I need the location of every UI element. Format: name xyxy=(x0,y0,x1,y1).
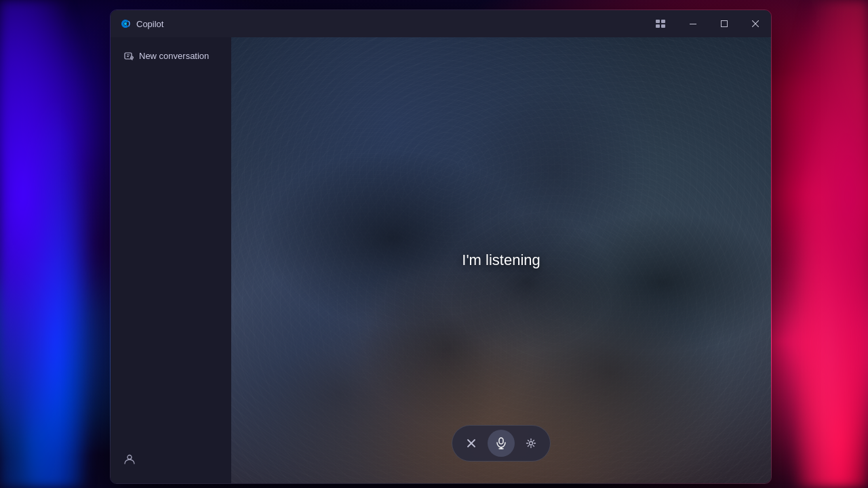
svg-rect-7 xyxy=(722,21,728,27)
copilot-icon xyxy=(119,17,132,30)
svg-point-1 xyxy=(124,22,127,25)
sidebar-spacer xyxy=(116,66,226,443)
app-title: Copilot xyxy=(136,19,163,29)
gear-icon xyxy=(526,438,536,449)
svg-rect-5 xyxy=(661,24,665,28)
desktop-swirl-right xyxy=(770,0,868,488)
sidebar-bottom xyxy=(116,443,226,475)
maximize-button[interactable] xyxy=(709,10,740,37)
sidebar: New conversation xyxy=(111,37,231,483)
close-x-icon xyxy=(467,439,476,448)
app-body: New conversation I'm listening xyxy=(111,37,771,483)
microphone-icon xyxy=(496,437,507,449)
title-bar-extra xyxy=(645,10,676,37)
title-bar: Copilot xyxy=(111,10,771,37)
new-conversation-icon xyxy=(124,52,134,61)
main-content: I'm listening xyxy=(231,37,771,483)
svg-point-22 xyxy=(530,442,533,445)
svg-rect-6 xyxy=(690,24,696,24)
window-controls xyxy=(677,10,771,37)
listening-status-text: I'm listening xyxy=(462,251,540,269)
new-conversation-button[interactable]: New conversation xyxy=(116,45,226,66)
close-control-button[interactable] xyxy=(458,430,485,457)
close-button[interactable] xyxy=(740,10,771,37)
snap-layouts-button[interactable] xyxy=(645,10,676,37)
bottom-controls-bar xyxy=(452,425,551,462)
desktop-swirl-left xyxy=(0,0,112,488)
settings-button[interactable] xyxy=(517,430,545,457)
app-window: Copilot xyxy=(110,9,772,484)
svg-rect-2 xyxy=(656,20,660,23)
user-icon xyxy=(123,453,136,465)
svg-point-16 xyxy=(127,455,132,460)
svg-rect-19 xyxy=(499,438,503,444)
new-conversation-label: New conversation xyxy=(139,51,209,61)
microphone-button[interactable] xyxy=(488,430,515,457)
svg-rect-3 xyxy=(661,20,665,23)
minimize-button[interactable] xyxy=(677,10,709,37)
user-account-button[interactable] xyxy=(119,448,140,470)
app-logo: Copilot xyxy=(119,17,163,30)
svg-rect-4 xyxy=(656,24,660,28)
